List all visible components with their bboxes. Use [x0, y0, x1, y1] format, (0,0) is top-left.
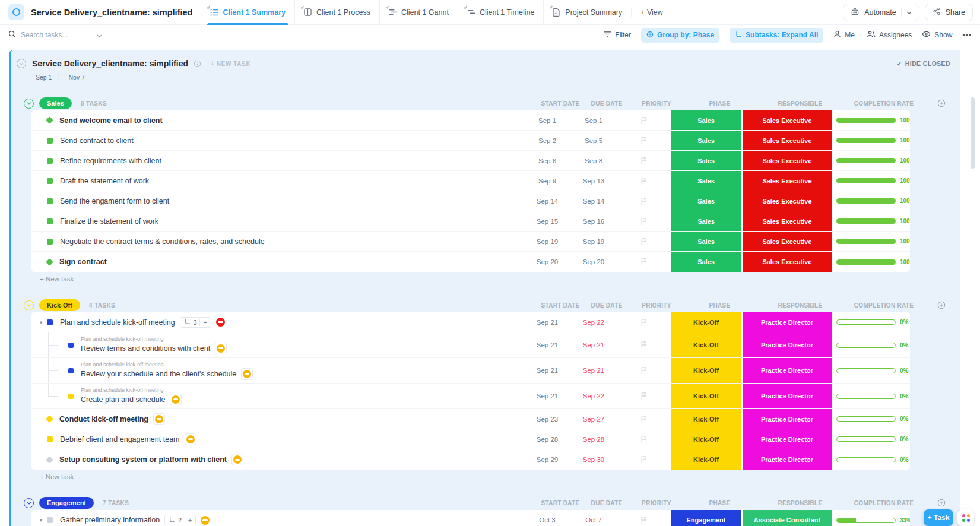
due-date[interactable]: Sep 22 [571, 384, 616, 408]
start-date[interactable]: Sep 21 [524, 384, 571, 408]
phase-cell[interactable]: Engagement [671, 510, 741, 526]
start-date[interactable]: Sep 21 [524, 312, 571, 332]
more-options-button[interactable]: ••• [962, 31, 972, 39]
tab-project-summary[interactable]: Project Summary [543, 0, 631, 25]
search-box[interactable] [8, 30, 120, 40]
column-header-phase[interactable]: PHASE [684, 302, 756, 309]
task-status-icon[interactable] [47, 138, 53, 144]
task-name[interactable]: Finalize the statement of work [60, 217, 158, 226]
start-date[interactable]: Sep 2 [524, 131, 571, 150]
list-collapse-icon[interactable] [17, 59, 26, 68]
hide-closed-toggle[interactable]: ✓ HIDE CLOSED [897, 60, 950, 67]
due-date[interactable]: Sep 28 [571, 429, 616, 449]
start-date[interactable]: Sep 28 [524, 429, 571, 449]
task-row[interactable]: ▾ Send welcome email to client Sep 1 Sep… [31, 110, 910, 131]
parent-task-breadcrumb[interactable]: Plan and schedule kick-off meeting [81, 362, 253, 367]
new-task-link[interactable]: + NEW TASK [211, 61, 250, 67]
priority-flag-icon[interactable] [616, 358, 671, 383]
priority-flag-icon[interactable] [616, 429, 671, 449]
chevron-down-icon[interactable] [906, 8, 912, 17]
responsible-cell[interactable]: Associate Consultant [743, 510, 832, 526]
phase-cell[interactable]: Kick-Off [671, 312, 741, 332]
task-row[interactable]: ▾ Plan and schedule kick-off meeting Rev… [31, 332, 910, 358]
column-header-priority[interactable]: PRIORITY [629, 500, 684, 506]
priority-flag-icon[interactable] [616, 449, 671, 470]
column-header-responsible[interactable]: RESPONSIBLE [756, 500, 845, 506]
column-header-responsible[interactable]: RESPONSIBLE [756, 302, 845, 309]
priority-flag-icon[interactable] [616, 110, 671, 130]
tab-client-1-summary[interactable]: Client 1 Summary [201, 0, 294, 25]
phase-cell[interactable]: Sales [671, 232, 741, 251]
start-date[interactable]: Sep 21 [524, 332, 571, 357]
start-date[interactable]: Sep 14 [524, 191, 571, 211]
add-view-button[interactable]: + View [631, 8, 672, 17]
add-subtask-icon[interactable]: + [203, 319, 207, 326]
task-name[interactable]: Conduct kick-off meeting [59, 415, 148, 423]
emoji-chip[interactable] [241, 368, 253, 380]
filter-button[interactable]: Filter [604, 31, 631, 39]
column-header-completion-rate[interactable]: COMPLETION RATE [845, 100, 923, 107]
due-date[interactable]: Oct 7 [571, 510, 616, 526]
emoji-chip[interactable] [215, 343, 227, 354]
start-date[interactable]: Sep 6 [524, 151, 571, 170]
task-name[interactable]: Draft the statement of work [60, 177, 149, 185]
responsible-cell[interactable]: Practice Director [743, 429, 832, 449]
responsible-cell[interactable]: Sales Executive [743, 171, 832, 191]
add-column-icon[interactable] [923, 301, 960, 309]
automate-button[interactable]: Automate [843, 4, 919, 21]
start-date[interactable]: Sep 19 [524, 232, 571, 251]
phase-cell[interactable]: Kick-Off [671, 449, 741, 470]
priority-flag-icon[interactable] [616, 171, 671, 191]
emoji-chip[interactable] [185, 433, 196, 445]
task-row[interactable]: ▾ Conduct kick-off meeting Sep 23 Sep 27… [31, 409, 910, 429]
minus-emoji-icon[interactable] [201, 516, 210, 525]
task-row[interactable]: ▾ Sign contract Sep 20 Sep 20 Sales Sale… [31, 252, 910, 272]
task-name[interactable]: Debrief client and engagement team [60, 435, 180, 443]
column-header-phase[interactable]: PHASE [684, 500, 756, 506]
task-status-icon[interactable] [47, 436, 53, 442]
due-date[interactable]: Sep 19 [571, 232, 616, 251]
column-header-completion-rate[interactable]: COMPLETION RATE [845, 302, 923, 309]
due-date[interactable]: Sep 16 [571, 211, 616, 231]
task-status-icon[interactable] [47, 158, 53, 164]
column-header-priority[interactable]: PRIORITY [629, 100, 684, 107]
me-button[interactable]: Me [833, 30, 855, 40]
group-name-pill[interactable]: Kick-Off [39, 299, 80, 311]
due-date[interactable]: Sep 8 [571, 151, 616, 170]
phase-cell[interactable]: Sales [671, 131, 741, 150]
phase-cell[interactable]: Sales [671, 110, 741, 130]
emoji-chip[interactable] [153, 413, 165, 425]
phase-cell[interactable]: Kick-Off [671, 332, 741, 357]
responsible-cell[interactable]: Practice Director [743, 449, 832, 470]
responsible-cell[interactable]: Sales Executive [743, 191, 832, 211]
priority-flag-icon[interactable] [616, 191, 671, 211]
due-date[interactable]: Sep 14 [571, 191, 616, 211]
add-task-fab[interactable]: + Task [924, 509, 953, 526]
column-header-due-date[interactable]: DUE DATE [584, 100, 629, 107]
start-date[interactable]: Sep 9 [524, 171, 571, 191]
column-header-start-date[interactable]: START DATE [537, 100, 584, 107]
phase-cell[interactable]: Kick-Off [671, 384, 741, 408]
responsible-cell[interactable]: Sales Executive [743, 211, 832, 231]
task-name[interactable]: Review your schedule and the client's sc… [81, 370, 236, 378]
tab-client-1-gannt[interactable]: Client 1 Gannt [379, 0, 458, 25]
start-date[interactable]: Sep 15 [524, 211, 571, 231]
priority-flag-icon[interactable] [616, 409, 671, 429]
task-name[interactable]: Plan and schedule kick-off meeting [60, 318, 175, 327]
group-by-button[interactable]: Group by: Phase [641, 28, 719, 43]
parent-task-breadcrumb[interactable]: Plan and schedule kick-off meeting [81, 387, 182, 393]
priority-flag-icon[interactable] [616, 211, 671, 231]
task-row[interactable]: ▾ Plan and schedule kick-off meeting 3+ … [31, 312, 910, 332]
priority-flag-icon[interactable] [616, 384, 671, 408]
start-date[interactable]: Sep 21 [524, 358, 571, 383]
task-row[interactable]: ▾ Setup consulting system or platform wi… [31, 449, 910, 470]
due-date[interactable]: Sep 5 [571, 131, 616, 150]
task-name[interactable]: Review terms and conditions with client [81, 344, 210, 353]
start-date[interactable]: Sep 29 [524, 449, 571, 470]
task-name[interactable]: Sign contract [59, 258, 107, 266]
task-name[interactable]: Setup consulting system or platform with… [59, 455, 227, 464]
column-header-phase[interactable]: PHASE [684, 100, 756, 107]
responsible-cell[interactable]: Sales Executive [743, 110, 832, 130]
group-collapse-icon[interactable] [24, 300, 34, 310]
subtasks-button[interactable]: Subtasks: Expand All [730, 28, 823, 43]
